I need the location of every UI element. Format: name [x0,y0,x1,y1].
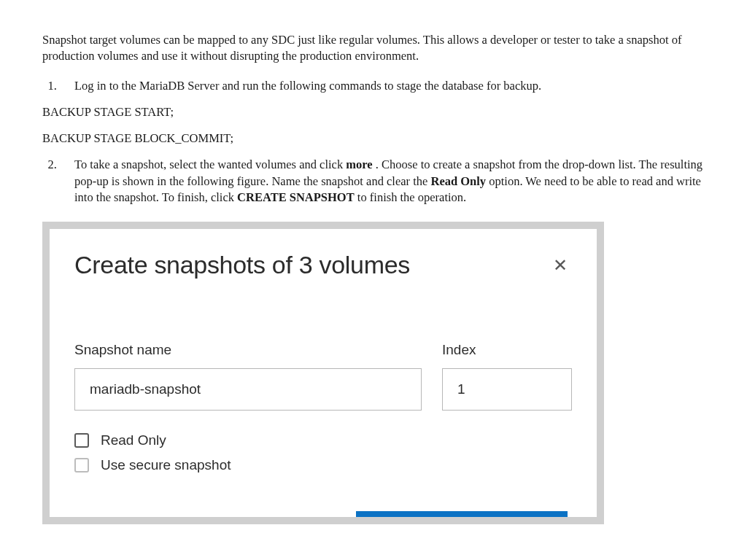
step-2: To take a snapshot, select the wanted vo… [60,157,705,206]
command-line-1: BACKUP STAGE START; [42,104,705,120]
step-2-part-d: to finish the operation. [355,190,467,204]
read-only-checkbox-label: Read Only [101,432,166,448]
secure-snapshot-checkbox[interactable] [74,458,89,472]
step-1-text: Log in to the MariaDB Server and run the… [74,79,541,93]
index-input[interactable] [442,368,572,411]
step-1: Log in to the MariaDB Server and run the… [60,78,705,94]
step-2-read-only: Read Only [430,174,486,188]
step-2-create-snapshot: CREATE SNAPSHOT [237,190,355,204]
secure-snapshot-checkbox-label: Use secure snapshot [101,457,231,473]
snapshot-name-input[interactable] [74,368,422,411]
command-line-2: BACKUP STAGE BLOCK_COMMIT; [42,131,705,147]
dialog-title: Create snapshots of 3 volumes [74,251,410,279]
step-2-more: more [346,158,372,171]
index-label: Index [442,342,572,358]
step-2-part-a: To take a snapshot, select the wanted vo… [74,158,346,171]
close-icon[interactable]: ✕ [549,252,572,279]
create-snapshot-button[interactable] [356,511,568,517]
snapshot-name-label: Snapshot name [74,342,422,358]
read-only-checkbox[interactable] [74,433,89,448]
create-snapshot-dialog-figure: Create snapshots of 3 volumes ✕ Snapshot… [42,222,604,524]
intro-paragraph: Snapshot target volumes can be mapped to… [42,32,705,65]
